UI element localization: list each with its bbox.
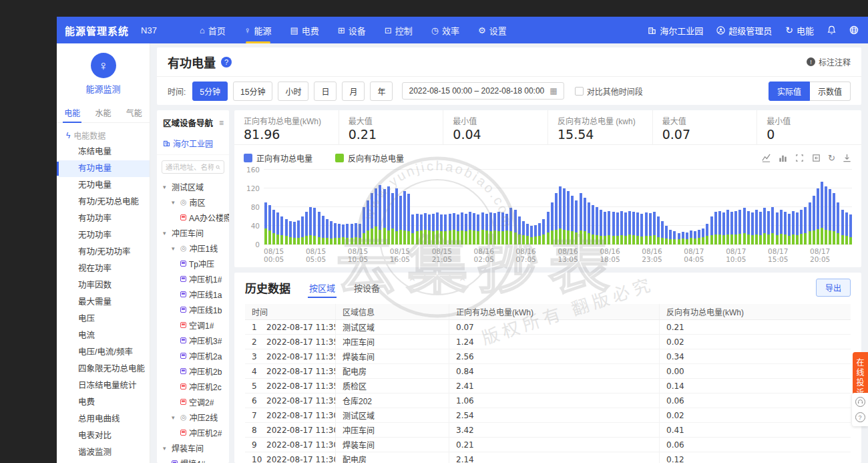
chart-plot[interactable]: 04080120160 (264, 170, 852, 245)
table-row[interactable]: 42022-08-17 11:35配电房0.840.00 (245, 364, 851, 379)
tab-水能[interactable]: 水能 (93, 103, 112, 122)
tree-node-南区[interactable]: ▾◎南区 (157, 194, 229, 210)
granularity-15分钟[interactable]: 15分钟 (233, 82, 272, 101)
tab-电能[interactable]: 电能 (63, 103, 81, 122)
tree-node-冲压机2b[interactable]: 冲压机2b (157, 363, 229, 379)
export-button[interactable]: 导出 (816, 279, 851, 297)
sidebar-item-电压/电流/频率[interactable]: 电压/电流/频率 (57, 344, 150, 361)
zoom-reset-icon[interactable] (811, 153, 821, 163)
reverse-bar (322, 238, 324, 245)
sidebar-item-有功电量[interactable]: 有功电量 (57, 160, 150, 177)
nav-item-设置[interactable]: ⚙设置 (469, 17, 516, 43)
sidebar-item-电费[interactable]: 电费 (57, 394, 150, 411)
sidebar-item-最大需量[interactable]: 最大需量 (57, 294, 150, 311)
collapse-icon[interactable]: ≡ (219, 118, 224, 128)
tree-node-焊接4#[interactable]: 焊接4# (157, 456, 229, 463)
date-range-picker[interactable]: 2022-08-15 00:00 – 2022-08-18 00:00 ▦ (402, 82, 564, 100)
table-row[interactable]: 32022-08-17 11:35焊装车间2.560.34 (245, 349, 851, 364)
tree-node-测试区域[interactable]: ▾测试区域 (157, 179, 229, 194)
language-button[interactable] (849, 25, 859, 35)
table-row[interactable]: 92022-08-17 11:30焊装车间0.210.06 (245, 438, 851, 452)
restore-icon[interactable]: ↻ (828, 153, 835, 163)
tree-node-AA办公楼照...[interactable]: AA办公楼照... (157, 210, 229, 225)
tree-node-冲压机2c[interactable]: 冲压机2c (157, 379, 229, 394)
reverse-bar (542, 235, 545, 245)
search-icon[interactable] (216, 164, 220, 171)
history-tab-按区域[interactable]: 按区域 (308, 279, 337, 297)
sidebar-item-功率因数[interactable]: 功率因数 (57, 277, 150, 294)
sidebar-item-无功电量[interactable]: 无功电量 (57, 177, 150, 194)
nav-item-能源[interactable]: ♀能源 (235, 17, 281, 43)
customer-service-icon[interactable] (855, 397, 865, 407)
table-row[interactable]: 62022-08-17 11:35仓库2021.060.06 (245, 394, 851, 408)
x-tick-label: 08/15 16:05 (390, 247, 432, 263)
sidebar-item-视在功率[interactable]: 视在功率 (57, 261, 150, 277)
tree-node-空调2#[interactable]: 空调2# (157, 394, 229, 410)
meter-icon (180, 430, 186, 436)
tree-root-node[interactable]: 海尔工业园 (157, 134, 229, 155)
park-selector[interactable]: 海尔工业园 (648, 24, 703, 37)
help-icon[interactable]: ? (221, 57, 232, 67)
tree-node-焊装车间[interactable]: ▾焊装车间 (157, 440, 229, 456)
sidebar-item-日冻结电量统计[interactable]: 日冻结电量统计 (57, 377, 150, 394)
sidebar-item-有功功率[interactable]: 有功功率 (57, 210, 150, 227)
line-chart-icon[interactable] (761, 153, 771, 163)
tree-node-冲压2线[interactable]: ▾◎冲压2线 (157, 410, 229, 425)
table-row[interactable]: 52022-08-17 11:35质检区2.410.14 (245, 379, 851, 394)
tab-气能[interactable]: 气能 (125, 103, 144, 122)
tree-node-冲压机3#[interactable]: 冲压机3# (157, 333, 229, 348)
sidebar-item-冻结电量[interactable]: 冻结电量 (57, 144, 150, 160)
tree-search-input[interactable] (166, 163, 214, 171)
tree-node-冲压线1a[interactable]: 冲压线1a (157, 287, 229, 302)
sidebar-item-电流[interactable]: 电流 (57, 327, 150, 344)
sidebar-item-谐波监测[interactable]: 谐波监测 (57, 444, 150, 461)
energy-mode-switch[interactable]: ↻ 电能 (785, 24, 814, 37)
tree-node-Tp冲压[interactable]: Tp冲压 (157, 256, 229, 271)
nav-item-设备[interactable]: ⊞设备 (329, 17, 375, 43)
nav-item-电费[interactable]: ▤电费 (281, 17, 329, 43)
annotate-button[interactable]: ! 标注注释 (807, 56, 851, 67)
download-icon[interactable] (842, 153, 852, 163)
tree-node-冲压机2#[interactable]: 冲压机2# (157, 425, 229, 440)
help-circle-icon[interactable]: ? (855, 412, 865, 422)
zoom-select-icon[interactable] (795, 153, 805, 163)
granularity-月[interactable]: 月 (342, 82, 365, 101)
sidebar-item-电表对比[interactable]: 电表对比 (57, 428, 150, 444)
notifications-button[interactable] (827, 25, 836, 35)
sidebar-item-有功/无功功率[interactable]: 有功/无功功率 (57, 244, 150, 261)
main-nav: ⌂首页♀能源▤电费⊞设备⊡控制◷效率⚙设置 (190, 17, 516, 43)
sidebar-item-四象限无功总电能[interactable]: 四象限无功总电能 (57, 361, 150, 377)
nav-item-首页[interactable]: ⌂首页 (190, 17, 235, 43)
sidebar-item-无功功率[interactable]: 无功功率 (57, 227, 150, 244)
floating-toolbar: ? (852, 393, 868, 426)
tree-node-冲压线1b[interactable]: 冲压线1b (157, 302, 229, 317)
compare-checkbox[interactable]: 对比其他时间段 (575, 86, 643, 97)
granularity-小时[interactable]: 小时 (278, 82, 308, 101)
tree-node-冲压机1#[interactable]: 冲压机1# (157, 271, 229, 287)
sidebar-item-总用电曲线[interactable]: 总用电曲线 (57, 411, 150, 428)
tree-node-冲压机2a[interactable]: 冲压机2a (157, 348, 229, 363)
granularity-年[interactable]: 年 (370, 82, 393, 101)
tree-node-空调1#[interactable]: 空调1# (157, 317, 229, 333)
table-row[interactable]: 82022-08-17 11:30冲压车间3.420.41 (245, 423, 851, 438)
nav-item-效率[interactable]: ◷效率 (422, 17, 469, 43)
legend-反向有功总电量[interactable]: 反向有功总电量 (335, 152, 404, 164)
mode-实际值[interactable]: 实际值 (769, 82, 810, 101)
table-row[interactable]: 12022-08-17 11:35测试区域0.070.21 (245, 320, 851, 335)
tree-node-冲压车间[interactable]: ▾冲压车间 (157, 225, 229, 241)
mode-示数值[interactable]: 示数值 (810, 82, 851, 101)
granularity-5分钟[interactable]: 5分钟 (192, 82, 228, 101)
table-row[interactable]: 22022-08-17 11:35冲压车间1.240.02 (245, 335, 851, 349)
sidebar-item-有功/无功总电能[interactable]: 有功/无功总电能 (57, 194, 150, 210)
legend-正向有功总电量[interactable]: 正向有功总电量 (244, 152, 312, 164)
history-tab-按设备[interactable]: 按设备 (353, 279, 381, 297)
bar-chart-icon[interactable] (778, 153, 788, 163)
user-menu[interactable]: 超级管理员 (716, 24, 772, 37)
nav-item-控制[interactable]: ⊡控制 (375, 17, 422, 43)
tree-node-冲压1线[interactable]: ▾◎冲压1线 (157, 241, 229, 256)
table-row[interactable]: 72022-08-17 11:30测试区域2.540.02 (245, 408, 851, 423)
user-role: 超级管理员 (728, 24, 772, 37)
granularity-日[interactable]: 日 (314, 82, 337, 101)
table-row[interactable]: 102022-08-17 11:30配电房2.140.12 (245, 452, 851, 463)
sidebar-item-电压[interactable]: 电压 (57, 311, 150, 327)
